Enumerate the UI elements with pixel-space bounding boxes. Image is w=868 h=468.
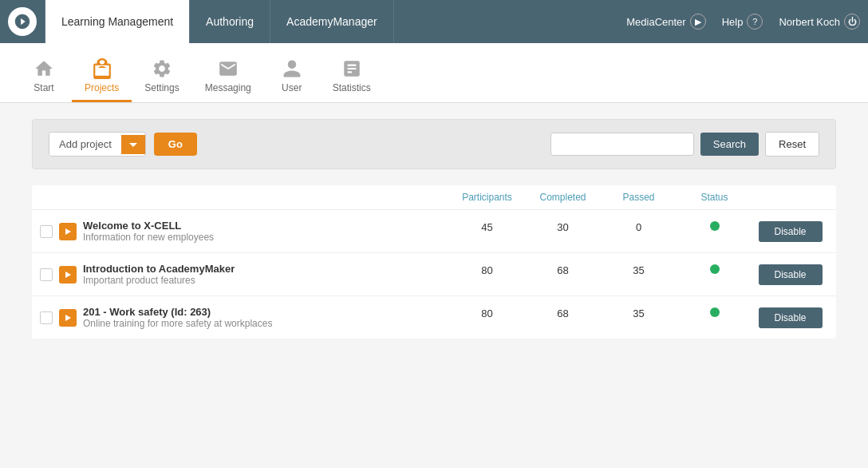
help-label: Help xyxy=(722,16,744,28)
row-info: 201 - Work safety (Id: 263) Online train… xyxy=(83,306,443,329)
cell-passed: 35 xyxy=(601,264,677,285)
search-input[interactable] xyxy=(550,133,694,156)
table-row: Introduction to AcademyMaker Important p… xyxy=(32,253,836,296)
col-completed: Completed xyxy=(525,192,601,203)
filter-bar: Add project Go Search Reset xyxy=(32,119,836,169)
disable-button[interactable]: Disable xyxy=(759,221,823,242)
cell-passed: 35 xyxy=(601,307,677,328)
settings-icon xyxy=(152,58,172,79)
subnav-label-statistics: Statistics xyxy=(333,82,371,93)
tab-academy-manager[interactable]: AcademyManager xyxy=(270,0,394,43)
projects-table: Participants Completed Passed Status Wel… xyxy=(32,185,836,339)
subnav-item-statistics[interactable]: Statistics xyxy=(320,52,384,102)
add-project-select[interactable]: Add project xyxy=(49,132,146,157)
projects-icon xyxy=(92,58,112,79)
top-right: MediaCenter ▶ Help ? Norbert Koch ⏻ xyxy=(626,14,860,30)
table-row: 201 - Work safety (Id: 263) Online train… xyxy=(32,296,836,339)
row-play-button[interactable] xyxy=(59,223,77,240)
subnav-item-messaging[interactable]: Messaging xyxy=(192,52,264,102)
go-button[interactable]: Go xyxy=(154,133,197,156)
sub-nav: Start Projects Settings Messaging User S… xyxy=(0,43,868,103)
subnav-item-user[interactable]: User xyxy=(264,52,320,102)
top-bar: Learning Management Authoring AcademyMan… xyxy=(0,0,868,43)
row-subtitle: Information for new employees xyxy=(83,232,443,243)
media-center-link[interactable]: MediaCenter ▶ xyxy=(626,14,705,30)
row-info: Introduction to AcademyMaker Important p… xyxy=(83,263,443,286)
status-dot xyxy=(710,307,720,317)
add-project-label: Add project xyxy=(49,133,121,156)
table-header: Participants Completed Passed Status xyxy=(32,185,836,210)
col-status: Status xyxy=(677,192,752,203)
table-columns: Participants Completed Passed Status xyxy=(449,192,828,203)
row-title: 201 - Work safety (Id: 263) xyxy=(83,306,443,318)
messaging-icon xyxy=(218,58,239,79)
tab-learning-management[interactable]: Learning Management xyxy=(45,0,190,43)
tab-authoring[interactable]: Authoring xyxy=(190,0,270,43)
cell-completed: 30 xyxy=(525,221,601,242)
main-content: Add project Go Search Reset Participants… xyxy=(0,103,868,468)
cell-participants: 45 xyxy=(449,221,525,242)
cell-passed: 0 xyxy=(601,221,677,242)
subnav-item-projects[interactable]: Projects xyxy=(72,52,132,102)
row-action-area: Disable xyxy=(752,264,828,285)
media-center-icon: ▶ xyxy=(690,14,706,30)
cell-participants: 80 xyxy=(449,264,525,285)
row-checkbox[interactable] xyxy=(40,225,53,238)
row-title: Welcome to X-CELL xyxy=(83,220,443,232)
cell-completed: 68 xyxy=(525,264,601,285)
media-center-label: MediaCenter xyxy=(626,16,685,28)
subnav-item-start[interactable]: Start xyxy=(16,52,72,102)
row-play-button[interactable] xyxy=(59,309,77,327)
subnav-label-settings: Settings xyxy=(144,82,179,93)
cell-status xyxy=(677,264,752,285)
user-menu[interactable]: Norbert Koch ⏻ xyxy=(779,14,860,30)
row-checkbox[interactable] xyxy=(40,268,53,281)
subnav-label-user: User xyxy=(282,82,302,93)
status-dot xyxy=(710,264,720,274)
cell-participants: 80 xyxy=(449,307,525,328)
table-row: Welcome to X-CELL Information for new em… xyxy=(32,210,836,253)
row-cells: 80 68 35 Disable xyxy=(449,307,828,328)
row-subtitle: Online training for more safety at workp… xyxy=(83,318,443,329)
add-project-dropdown-arrow[interactable] xyxy=(121,135,145,154)
search-button[interactable]: Search xyxy=(700,133,759,156)
disable-button[interactable]: Disable xyxy=(759,307,823,328)
row-action-area: Disable xyxy=(752,221,828,242)
subnav-item-settings[interactable]: Settings xyxy=(132,52,191,102)
row-checkbox[interactable] xyxy=(40,311,53,324)
row-title: Introduction to AcademyMaker xyxy=(83,263,443,275)
subnav-label-messaging: Messaging xyxy=(205,82,251,93)
row-action-area: Disable xyxy=(752,307,828,328)
row-cells: 80 68 35 Disable xyxy=(449,264,828,285)
user-icon xyxy=(282,58,302,79)
top-tabs: Learning Management Authoring AcademyMan… xyxy=(45,0,394,43)
reset-button[interactable]: Reset xyxy=(765,132,819,157)
disable-button[interactable]: Disable xyxy=(759,264,823,285)
user-name: Norbert Koch xyxy=(779,16,840,28)
row-cells: 45 30 0 Disable xyxy=(449,221,828,242)
search-area: Search Reset xyxy=(550,132,819,157)
col-passed: Passed xyxy=(601,192,677,203)
row-subtitle: Important product features xyxy=(83,275,443,286)
status-dot xyxy=(710,221,720,231)
help-icon: ? xyxy=(747,14,763,30)
row-play-button[interactable] xyxy=(59,266,77,284)
logo xyxy=(8,7,37,36)
cell-status xyxy=(677,307,752,328)
cell-completed: 68 xyxy=(525,307,601,328)
subnav-label-projects: Projects xyxy=(85,82,119,93)
subnav-label-start: Start xyxy=(34,82,53,93)
user-power-icon: ⏻ xyxy=(844,14,860,30)
home-icon xyxy=(34,58,54,79)
help-link[interactable]: Help ? xyxy=(722,14,763,30)
cell-status xyxy=(677,221,752,242)
col-participants: Participants xyxy=(449,192,525,203)
statistics-icon xyxy=(341,58,362,79)
row-info: Welcome to X-CELL Information for new em… xyxy=(83,220,443,243)
